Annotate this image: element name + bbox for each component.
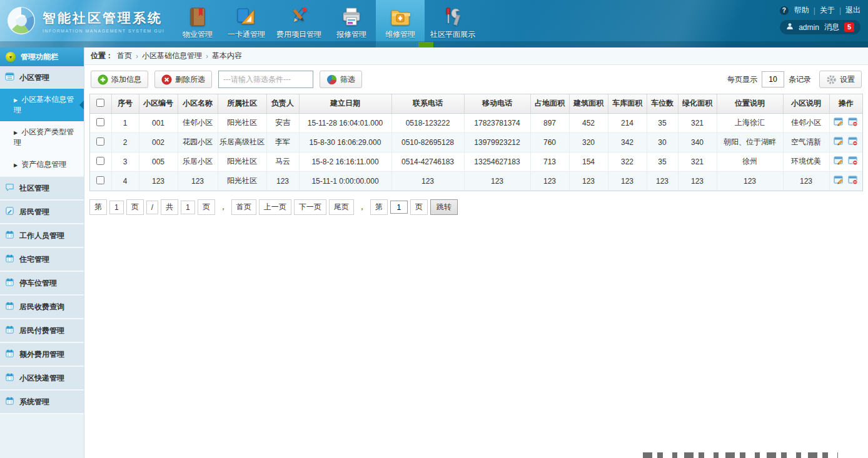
next-page-button[interactable]: 下一页 (294, 199, 326, 215)
per-page-input[interactable] (762, 71, 784, 87)
delete-row-icon[interactable] (848, 156, 858, 166)
logout-link[interactable]: 退出 (845, 5, 860, 16)
filter-input[interactable] (218, 71, 313, 88)
prev-page-button[interactable]: 上一页 (259, 199, 291, 215)
sidebar-item-1[interactable]: 小区管理 (0, 66, 84, 89)
select-all-checkbox[interactable] (96, 99, 104, 107)
breadcrumb: 位置： 首页 › 小区基础信息管理 › 基本内容 (84, 47, 868, 65)
table-header-row: 序号小区编号小区名称所属社区负责人建立日期联系电话移动电话占地面积建筑面积车库面… (90, 94, 862, 113)
table-row: 3005乐居小区阳光社区马云15-8-2 16:16:11.0000514-42… (90, 152, 862, 171)
table-cell: 123 (783, 171, 829, 191)
breadcrumb-home[interactable]: 首页 (117, 51, 132, 61)
message-count-badge[interactable]: 5 (844, 22, 854, 32)
table-row: 1001佳邻小区阳光社区安吉15-11-28 16:04:01.0000518-… (90, 113, 862, 132)
first-page-button[interactable]: 首页 (231, 199, 256, 215)
sidebar-item-9[interactable]: 额外费用管理 (0, 343, 84, 366)
sidebar-subitem-3[interactable]: ▶资产信息管理 (0, 154, 84, 176)
sidebar-item: 额外费用管理 (0, 343, 84, 367)
top-links: ? 帮助 | 关于 | 退出 (780, 5, 860, 16)
table-cell: 005 (139, 152, 178, 171)
edit-row-icon[interactable] (834, 136, 844, 146)
pg-comma: ， (356, 202, 368, 212)
edit-row-icon[interactable] (834, 175, 844, 185)
nav-label: 报修管理 (336, 29, 366, 40)
sidebar-subitem-label: 小区基本信息管理 (14, 95, 74, 114)
column-header: 负责人 (266, 94, 299, 113)
chat-icon (5, 182, 14, 194)
calendar-icon (5, 349, 14, 360)
sidebar-item-11[interactable]: 系统管理 (0, 391, 84, 413)
sidebar-title[interactable]: ▼ 管理功能栏 (0, 47, 84, 66)
edit-row-icon[interactable] (834, 117, 844, 127)
edit-row-icon[interactable] (834, 156, 844, 166)
table-cell: 123 (717, 171, 783, 191)
user-pill[interactable]: admin 消息 5 (780, 20, 860, 34)
jump-page-input[interactable] (390, 201, 408, 214)
sidebar-item-8[interactable]: 居民付费管理 (0, 319, 84, 342)
table-cell: 123 (266, 171, 299, 191)
filter-button[interactable]: 筛选 (320, 71, 362, 88)
delete-selected-button[interactable]: 删除所选 (154, 71, 212, 88)
breadcrumb-separator: › (136, 52, 138, 61)
tools-icon (442, 6, 463, 27)
row-checkbox[interactable] (96, 137, 104, 146)
table-cell: 123 (139, 171, 178, 191)
table-cell: 154 (569, 152, 608, 171)
table-cell: 空气清新 (783, 132, 829, 152)
nav-item-6[interactable]: 社区平面展示 (425, 0, 481, 47)
calendar-icon (5, 254, 14, 265)
chevron-down-icon: ▼ (6, 52, 16, 62)
about-link[interactable]: 关于 (820, 5, 835, 16)
nav-item-3[interactable]: 费用项目管理 (271, 0, 327, 47)
sidebar-item-10[interactable]: 小区快递管理 (0, 367, 84, 389)
table-cell: 0514-42746183 (391, 152, 464, 171)
table-cell: 3 (111, 152, 139, 171)
current-page: 1 (109, 201, 124, 214)
sidebar-item-label: 居民管理 (19, 207, 49, 217)
nav-item-5-active[interactable]: 维修管理 (376, 0, 425, 47)
per-page-prefix-label: 每页显示 (727, 74, 757, 85)
sidebar-item-4[interactable]: 工作人员管理 (0, 224, 84, 247)
delete-row-icon[interactable] (848, 117, 858, 127)
table-cell: 452 (569, 113, 608, 132)
column-header: 所属社区 (218, 94, 266, 113)
sidebar-item-3[interactable]: 居民管理 (0, 201, 84, 223)
add-info-button[interactable]: 添加信息 (91, 71, 148, 88)
calendar-icon (5, 277, 14, 289)
nav-label: 费用项目管理 (276, 29, 321, 40)
add-icon (98, 74, 108, 85)
pagination: 第 1 页 / 共 1 页 ， 首页 上一页 下一页 尾页 ， 第 页 跳转 (89, 199, 863, 215)
delete-row-icon[interactable] (848, 175, 858, 185)
nav-item-2[interactable]: 一卡通管理 (222, 0, 271, 47)
sidebar-subitem-1-selected[interactable]: ▶小区基本信息管理 (0, 89, 84, 121)
row-checkbox[interactable] (96, 157, 104, 165)
delete-row-icon[interactable] (848, 136, 858, 146)
column-header: 操作 (829, 94, 862, 113)
last-page-button[interactable]: 尾页 (329, 199, 354, 215)
table-cell: 123 (569, 171, 608, 191)
sidebar-item: 系统管理 (0, 391, 84, 414)
row-checkbox[interactable] (96, 118, 104, 126)
main-content: 位置： 首页 › 小区基础信息管理 › 基本内容 添加信息 删除所选 筛选 每页… (84, 47, 868, 458)
row-checkbox[interactable] (96, 176, 104, 184)
sidebar-item: 工作人员管理 (0, 224, 84, 248)
table-cell: 123 (608, 171, 647, 191)
nav-item-1[interactable]: 物业管理 (173, 0, 222, 47)
table-cell: 123 (464, 171, 530, 191)
pg-label-di: 第 (370, 199, 388, 215)
nav-item-4[interactable]: 报修管理 (327, 0, 376, 47)
jump-button[interactable]: 跳转 (430, 199, 458, 215)
settings-button[interactable]: 设置 (819, 71, 862, 88)
sidebar-menu: 小区管理▶小区基本信息管理▶小区资产类型管理▶资产信息管理社区管理居民管理工作人… (0, 66, 84, 414)
sidebar-item-2[interactable]: 社区管理 (0, 177, 84, 199)
sidebar-subitem-2[interactable]: ▶小区资产类型管理 (0, 121, 84, 154)
table-cell: 002 (139, 132, 178, 152)
messages-link[interactable]: 消息 (824, 22, 839, 32)
sidebar-item-7[interactable]: 居民收费查询 (0, 296, 84, 318)
sidebar-item-5[interactable]: 住宅管理 (0, 248, 84, 271)
help-link[interactable]: 帮助 (794, 5, 809, 16)
breadcrumb-section[interactable]: 小区基础信息管理 (142, 51, 202, 61)
sidebar-item-6[interactable]: 停车位管理 (0, 272, 84, 294)
column-header: 小区名称 (178, 94, 218, 113)
table-cell: 713 (530, 152, 569, 171)
